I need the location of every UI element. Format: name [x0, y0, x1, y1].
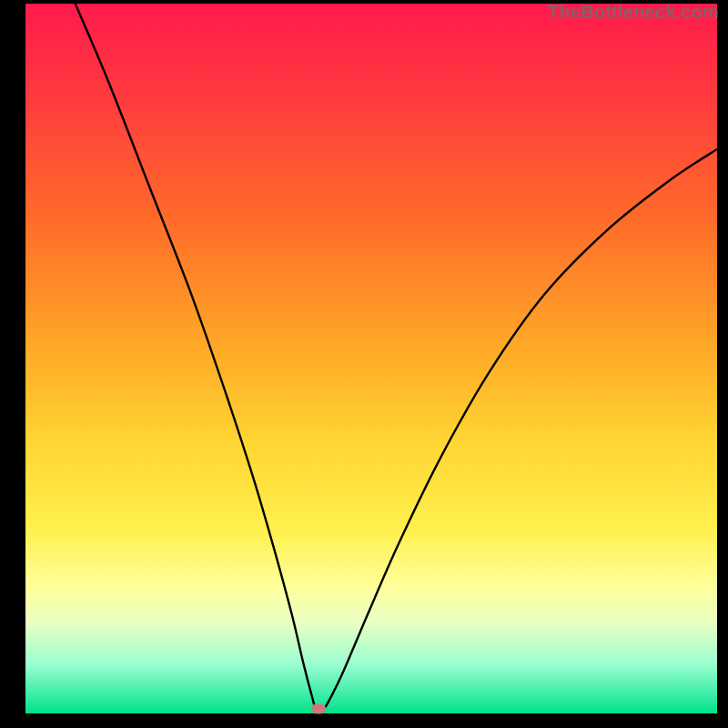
- chart-stage: TheBottleneck.com: [0, 0, 728, 728]
- minimum-marker: [311, 704, 326, 714]
- plot-area: [25, 4, 717, 713]
- bottleneck-curve: [25, 4, 717, 713]
- watermark-text: TheBottleneck.com: [548, 2, 719, 23]
